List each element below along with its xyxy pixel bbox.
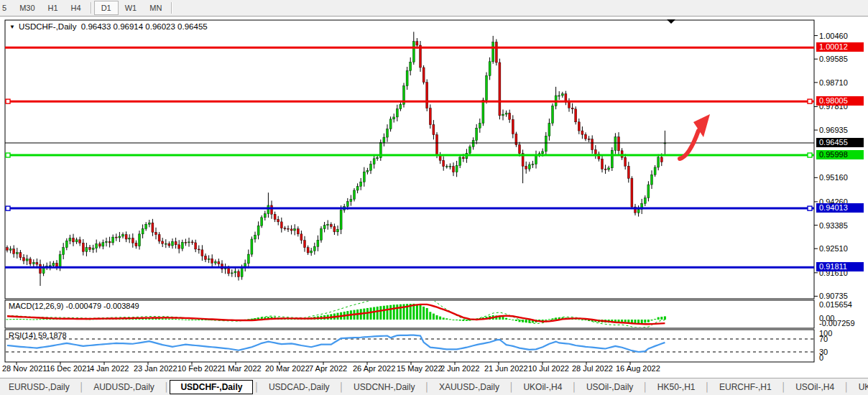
tab-separator: │ — [79, 382, 85, 392]
date-axis-label: 1 Mar 2022 — [221, 364, 262, 373]
price-axis-chip-0.98005: 0.98005 — [816, 96, 864, 106]
date-axis-label: 28 Jul 2022 — [572, 364, 613, 373]
tab-separator: │ — [424, 382, 430, 392]
date-axis-label: 10 Jul 2022 — [528, 364, 569, 373]
symbol-tab-usdcaddaily[interactable]: USDCAD-,Daily — [260, 381, 338, 394]
timeframe-button-M30[interactable]: M30 — [13, 1, 41, 15]
symbol-tab-usdcnhdaily[interactable]: USDCNH-,Daily — [345, 381, 423, 394]
date-axis-label: 28 Nov 2021 — [2, 364, 47, 373]
price-axis-tick: 0.93385 — [819, 221, 848, 230]
timeframe-toolbar: 5M30H1H4D1W1MN — [0, 0, 868, 17]
price-axis-chip-0.96455: 0.96455 — [816, 138, 864, 147]
price-axis-tick: 0.99585 — [819, 55, 848, 63]
price-axis-chip-1.00012: 1.00012 — [816, 42, 864, 52]
macd-label: MACD(12,26,9) -0.000479 -0.003849 — [9, 302, 139, 310]
date-axis-label: 2 Jun 2022 — [440, 364, 479, 373]
macd-values: -0.000479 -0.003849 — [65, 302, 139, 310]
tab-separator: │ — [571, 382, 577, 392]
macd-name: MACD(12,26,9) — [9, 302, 63, 310]
chart-ohlc-values: 0.96433 0.96914 0.96023 0.96455 — [81, 22, 208, 31]
candlesticks — [6, 32, 666, 286]
chart-canvas — [0, 16, 868, 395]
date-axis-label: 23 Jan 2022 — [134, 364, 177, 373]
timeframe-button-5[interactable]: 5 — [0, 1, 13, 15]
line-handle[interactable] — [808, 99, 812, 103]
timeframe-button-MN[interactable]: MN — [143, 1, 168, 15]
rsi-value: 59.1878 — [38, 331, 67, 340]
horizontal-line-0.95998[interactable] — [5, 153, 814, 157]
tab-separator: │ — [509, 382, 514, 392]
line-handle[interactable] — [808, 206, 812, 210]
symbol-tab-xauusddaily[interactable]: XAUUSD-,Daily — [430, 381, 508, 394]
symbol-tab-hk50h1[interactable]: HK50-,H1 — [649, 381, 704, 394]
rsi-axis-tick: 70 — [819, 335, 828, 343]
date-axis-label: 7 Apr 2022 — [309, 364, 347, 373]
line-handle[interactable] — [6, 99, 10, 103]
date-axis-label: 16 Aug 2022 — [616, 364, 660, 373]
date-axis-label: 26 Apr 2022 — [353, 364, 395, 373]
horizontal-line-0.98005[interactable] — [5, 99, 814, 103]
trend-arrow[interactable] — [680, 114, 710, 159]
chart-shift-marker-icon[interactable] — [667, 19, 675, 24]
price-axis-tick: 0.90735 — [819, 292, 848, 300]
tab-separator: │ — [844, 382, 849, 392]
rsi-name: RSI(14) — [9, 331, 36, 340]
symbol-tab-usoilh4[interactable]: USOil-,H4 — [787, 381, 843, 394]
timeframe-button-H4[interactable]: H4 — [65, 1, 88, 15]
date-axis-label: 20 Mar 2022 — [265, 364, 310, 373]
price-axis-tick: 0.95160 — [819, 173, 848, 182]
chart-symbol-label: USDCHF-,Daily — [19, 22, 77, 31]
date-axis-label: 10 Feb 2022 — [177, 364, 222, 373]
timeframe-button-H1[interactable]: H1 — [42, 1, 65, 15]
date-axis-label: 15 May 2022 — [397, 364, 443, 373]
timeframe-button-W1[interactable]: W1 — [119, 1, 144, 15]
tab-separator: │ — [254, 382, 259, 392]
symbol-tab-ukoilh4[interactable]: UKOil-,H4 — [850, 381, 868, 394]
line-handle[interactable] — [808, 153, 812, 157]
price-axis-tick: 0.98710 — [819, 78, 848, 87]
toolbar-separator — [171, 2, 172, 14]
tab-separator: │ — [781, 382, 787, 392]
tab-separator: │ — [704, 382, 710, 392]
symbol-tab-usoildaily[interactable]: USOil-,Daily — [578, 381, 642, 394]
price-axis-chip-0.91811: 0.91811 — [816, 262, 864, 271]
price-axis-tick: 0.92510 — [819, 244, 848, 253]
timeframe-button-D1[interactable]: D1 — [94, 1, 119, 15]
main-panel-border — [5, 20, 814, 299]
date-axis-label: 4 Jan 2022 — [90, 364, 129, 373]
date-axis-label: 16 Dec 2021 — [46, 364, 91, 373]
tab-separator: │ — [164, 382, 170, 392]
macd-axis-tick: -0.007259 — [819, 319, 855, 327]
symbol-tab-eurchfh1[interactable]: EURCHF-,H1 — [711, 381, 780, 394]
toolbar-separator — [91, 2, 91, 14]
tab-separator: │ — [339, 382, 345, 392]
rsi-label: RSI(14) 59.1878 — [9, 331, 67, 340]
horizontal-line-0.94013[interactable] — [5, 206, 814, 210]
rsi-line — [7, 335, 665, 352]
symbol-tab-ukoilh4[interactable]: UKOil-,H4 — [514, 381, 571, 394]
macd-axis-tick: 0.015654 — [819, 300, 852, 309]
date-axis-label: 21 Jun 2022 — [484, 364, 528, 373]
rsi-axis-tick: 0 — [819, 353, 823, 362]
symbol-tab-bar: EURUSD-,Daily│AUDUSD-,Daily│USDCHF-,Dail… — [0, 378, 868, 395]
symbol-tab-audusddaily[interactable]: AUDUSD-,Daily — [85, 381, 163, 394]
symbol-tab-eurusddaily[interactable]: EURUSD-,Daily — [0, 381, 78, 394]
price-axis-chip-0.95998: 0.95998 — [816, 150, 864, 159]
tab-separator: │ — [642, 382, 648, 392]
line-handle[interactable] — [6, 153, 10, 157]
price-axis-tick: 1.00460 — [819, 32, 848, 40]
price-axis-tick: 0.96935 — [819, 126, 848, 134]
price-axis-chip-0.94013: 0.94013 — [816, 203, 864, 213]
symbol-tab-usdchfdaily[interactable]: USDCHF-,Daily — [170, 380, 253, 394]
symbol-dropdown-icon[interactable]: ▼ — [9, 24, 15, 30]
mt4-window: { "toolbar": { "timeframes": ["5","M30",… — [0, 0, 868, 395]
chart-title: ▼USDCHF-,Daily 0.96433 0.96914 0.96023 0… — [9, 22, 208, 31]
line-handle[interactable] — [6, 206, 10, 210]
